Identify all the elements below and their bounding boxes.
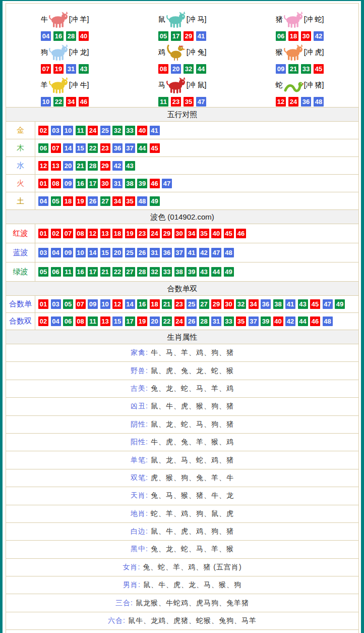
number-ball: 12 <box>112 299 123 309</box>
number-ball: 27 <box>125 267 135 277</box>
row-label: 蓝波 <box>6 243 35 262</box>
number-ball: 34 <box>187 229 197 238</box>
number-ball: 41 <box>285 299 295 309</box>
attribute-label: 家禽: <box>131 348 148 357</box>
number-ball: 32 <box>150 267 160 277</box>
zodiac-animal-label: 羊 <box>41 81 48 90</box>
attribute-label: 天肖: <box>131 491 148 500</box>
number-ball: 05 <box>51 196 61 206</box>
number-ball: 27 <box>199 299 209 309</box>
zodiac-numbers: 12243648 <box>276 97 324 107</box>
number-ball: 19 <box>76 196 86 206</box>
number-ball: 13 <box>51 161 61 171</box>
bose-row: 红波0102070812131819232429303435404546 <box>6 224 358 243</box>
zodiac-animal-label: 蛇 <box>276 81 283 90</box>
number-ball: 14 <box>88 248 98 257</box>
number-ball: 08 <box>158 64 168 74</box>
number-ball: 20 <box>63 161 73 171</box>
attribute-row-地肖: 地肖:蛇、羊、鸡、狗、鼠、虎 <box>6 505 358 523</box>
attribute-label: 吉美: <box>131 384 148 393</box>
zodiac-cell-pig: 猪[冲 蛇]06183042 <box>241 9 358 41</box>
number-ball: 36 <box>112 143 123 153</box>
number-ball: 15 <box>112 316 123 326</box>
zodiac-cell-monkey: 猴[冲 虎]09213345 <box>241 41 358 74</box>
number-ball: 23 <box>174 299 185 309</box>
zodiac-numbers: 11233547 <box>158 97 206 107</box>
zodiac-clash-label: [冲 龙] <box>69 48 89 57</box>
heshu-row: 合数单0103050709101214161821232527293032343… <box>6 296 358 313</box>
number-ball: 02 <box>51 229 61 238</box>
zodiac-attributes-section: 生肖属性家禽:牛、马、羊、鸡、狗、猪野兽:鼠、虎、兔、龙、蛇、猴吉美:兔、龙、蛇… <box>6 330 358 633</box>
number-ball: 35 <box>236 316 246 326</box>
wuxing-row: 水1213202128294243 <box>6 157 358 175</box>
attribute-label: 双笔: <box>131 473 148 483</box>
row-numbers: 0102070812131819232429303435404546 <box>35 224 358 243</box>
number-ball: 24 <box>288 97 298 107</box>
number-ball: 06 <box>38 143 48 153</box>
number-ball: 01 <box>38 179 48 188</box>
number-ball: 23 <box>100 143 110 153</box>
zodiac-cell-rat: 鼠[冲 马]05172941 <box>124 9 241 41</box>
number-ball: 05 <box>158 31 168 41</box>
number-ball: 44 <box>298 316 308 326</box>
number-ball: 17 <box>125 316 135 326</box>
number-ball: 27 <box>100 196 110 206</box>
number-ball: 04 <box>41 31 51 41</box>
number-ball: 29 <box>211 299 221 309</box>
number-ball: 37 <box>125 143 135 153</box>
zodiac-name: 羊[冲 牛] <box>41 74 89 96</box>
number-ball: 31 <box>211 316 221 326</box>
rooster-icon <box>166 44 186 61</box>
attribute-row-qinqishuhua: 琴:兔蛇鸡棋:鼠牛狗书:虎龙马画:羊猴猪 <box>6 630 358 633</box>
zodiac-animal-label: 猴 <box>276 48 283 57</box>
zodiac-numbers: 04162840 <box>41 31 89 41</box>
zodiac-clash-label: [冲 兔] <box>187 48 207 57</box>
zodiac-cell-snake: 蛇[冲 猪]12243648 <box>241 74 358 107</box>
number-ball: 35 <box>184 97 194 107</box>
number-ball: 22 <box>112 267 123 277</box>
row-numbers: 0108091617303138394647 <box>35 175 358 192</box>
attribute-row-双笔: 双笔:虎、猴、狗、兔、羊、牛 <box>6 469 358 487</box>
attribute-label: 六合: <box>108 616 126 625</box>
number-ball: 15 <box>76 143 86 153</box>
number-ball: 37 <box>174 248 185 257</box>
bose-row: 蓝波03040910141520252631363741424748 <box>6 243 358 262</box>
zodiac-clash-label: [冲 猪] <box>304 81 324 90</box>
zodiac-numbers: 06183042 <box>276 31 324 41</box>
attribute-value: 兔、龙、蛇、马、羊、猴 <box>151 545 234 554</box>
number-ball: 34 <box>249 299 259 309</box>
number-ball: 24 <box>150 229 160 238</box>
number-ball: 07 <box>63 229 73 238</box>
number-ball: 08 <box>76 229 86 238</box>
zodiac-clash-label: [冲 羊] <box>69 15 89 24</box>
attribute-value: 兔、龙、蛇、马、羊、鸡 <box>151 384 234 393</box>
zodiac-name: 蛇[冲 猪] <box>276 74 324 96</box>
attribute-row-野兽: 野兽:鼠、虎、兔、龙、蛇、猴 <box>6 362 358 380</box>
wuxing-row: 木06071415222336374445 <box>6 139 358 157</box>
number-ball: 29 <box>184 31 194 41</box>
number-ball: 09 <box>63 179 73 188</box>
section-header-attributes: 生肖属性 <box>6 330 358 344</box>
number-ball: 42 <box>112 161 123 171</box>
number-ball: 40 <box>79 31 89 41</box>
number-ball: 36 <box>162 248 172 257</box>
attribute-row-阴性: 阴性:鼠、龙、蛇、马、狗、猪 <box>6 416 358 434</box>
number-ball: 34 <box>112 196 123 206</box>
attribute-label: 凶丑: <box>131 402 148 411</box>
number-ball: 11 <box>76 126 86 135</box>
number-ball: 24 <box>88 126 98 135</box>
attribute-row-阳性: 阳性:牛、虎、兔、羊、猴、鸡 <box>6 434 358 451</box>
number-ball: 48 <box>137 196 147 206</box>
number-ball: 30 <box>100 179 110 188</box>
number-ball: 29 <box>162 229 172 238</box>
row-numbers: 0204060811131517192022242628313335373940… <box>35 313 358 330</box>
number-ball: 45 <box>150 143 160 153</box>
number-ball: 09 <box>88 299 98 309</box>
number-ball: 20 <box>171 64 181 74</box>
horse-icon <box>166 77 186 94</box>
number-ball: 18 <box>150 299 160 309</box>
number-ball: 19 <box>125 229 135 238</box>
number-ball: 16 <box>76 179 86 188</box>
row-label: 红波 <box>6 224 35 243</box>
number-ball: 40 <box>273 316 283 326</box>
